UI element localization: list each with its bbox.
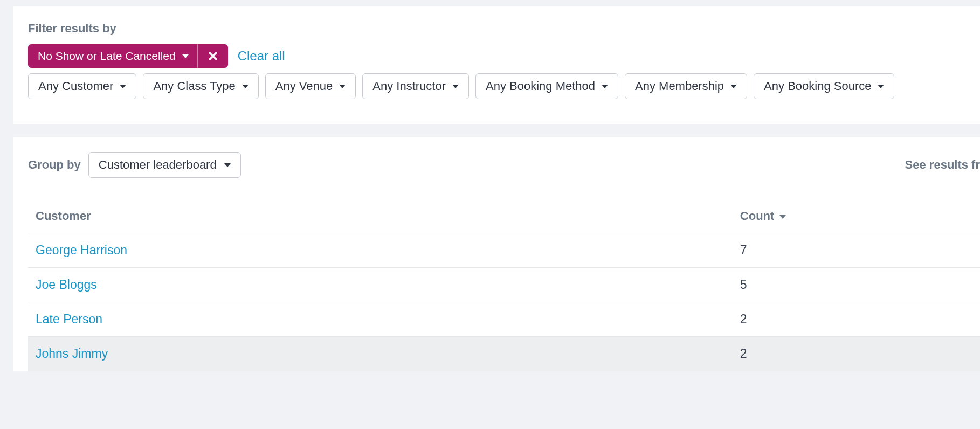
filter-booking-source[interactable]: Any Booking Source xyxy=(754,73,894,99)
group-by-select[interactable]: Customer leaderboard xyxy=(88,152,241,178)
customer-link[interactable]: Johns Jimmy xyxy=(36,347,108,361)
clear-all-link[interactable]: Clear all xyxy=(238,49,285,64)
caret-down-icon xyxy=(182,54,189,58)
count-cell: 7 xyxy=(733,233,980,268)
table-row: Late Person 2 xyxy=(28,302,980,337)
caret-down-icon xyxy=(602,85,608,88)
group-by-selected: Customer leaderboard xyxy=(99,158,217,172)
results-panel: Group by Customer leaderboard See result… xyxy=(13,137,980,371)
remove-filter-button[interactable] xyxy=(198,44,228,68)
count-cell: 2 xyxy=(733,337,980,371)
filter-panel: Filter results by No Show or Late Cancel… xyxy=(13,6,980,124)
active-filter-dropdown[interactable]: No Show or Late Cancelled xyxy=(28,44,197,68)
results-table: Customer Count George Harrison 7 Joe Blo… xyxy=(28,202,980,371)
close-icon xyxy=(208,51,218,61)
customer-link[interactable]: Joe Bloggs xyxy=(36,278,97,292)
filter-label: Any Class Type xyxy=(153,79,235,93)
count-cell: 2 xyxy=(733,302,980,337)
caret-down-icon xyxy=(878,85,884,88)
table-row: Joe Bloggs 5 xyxy=(28,268,980,302)
group-by-row: Group by Customer leaderboard See result… xyxy=(28,152,980,178)
caret-down-icon xyxy=(224,163,231,167)
filter-label: Any Booking Source xyxy=(764,79,871,93)
table-row: George Harrison 7 xyxy=(28,233,980,268)
filter-customer[interactable]: Any Customer xyxy=(28,73,136,99)
active-filter-label: No Show or Late Cancelled xyxy=(38,50,176,63)
filter-booking-method[interactable]: Any Booking Method xyxy=(475,73,618,99)
filter-label: Any Booking Method xyxy=(486,79,595,93)
column-header-count[interactable]: Count xyxy=(733,202,980,233)
caret-down-icon xyxy=(452,85,459,88)
count-cell: 5 xyxy=(733,268,980,302)
filter-class-type[interactable]: Any Class Type xyxy=(143,73,258,99)
customer-link[interactable]: George Harrison xyxy=(36,243,127,257)
column-header-customer[interactable]: Customer xyxy=(28,202,733,233)
table-header-row: Customer Count xyxy=(28,202,980,233)
filter-heading: Filter results by xyxy=(28,22,965,36)
active-filter-row: No Show or Late Cancelled Clear all xyxy=(28,44,965,68)
column-header-label: Customer xyxy=(36,209,91,223)
caret-down-icon xyxy=(120,85,126,88)
column-header-label: Count xyxy=(740,209,775,223)
caret-down-icon xyxy=(242,85,249,88)
active-filter-pill: No Show or Late Cancelled xyxy=(28,44,228,68)
group-by-label: Group by xyxy=(28,158,81,172)
caret-down-icon xyxy=(339,85,346,88)
table-row: Johns Jimmy 2 xyxy=(28,337,980,371)
filter-venue[interactable]: Any Venue xyxy=(265,73,356,99)
caret-down-icon xyxy=(730,85,737,88)
filter-dropdown-row: Any Customer Any Class Type Any Venue An… xyxy=(28,73,965,99)
filter-label: Any Venue xyxy=(275,79,333,93)
filter-label: Any Membership xyxy=(635,79,724,93)
customer-link[interactable]: Late Person xyxy=(36,312,102,326)
sort-desc-icon xyxy=(779,215,786,219)
filter-membership[interactable]: Any Membership xyxy=(625,73,747,99)
see-results-label: See results fr xyxy=(905,158,980,172)
filter-instructor[interactable]: Any Instructor xyxy=(362,73,469,99)
filter-label: Any Customer xyxy=(38,79,113,93)
filter-label: Any Instructor xyxy=(372,79,446,93)
